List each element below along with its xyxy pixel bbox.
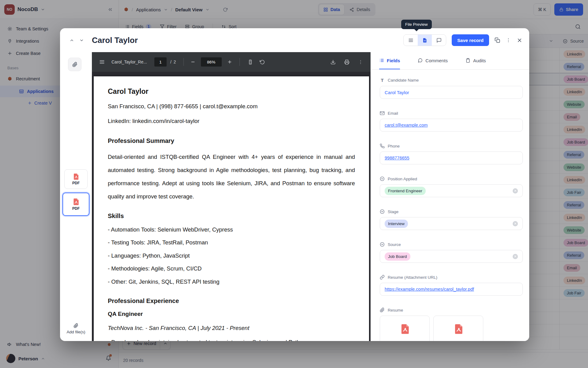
- clear-value-icon[interactable]: ✕: [513, 188, 518, 194]
- add-files-button[interactable]: Add file(s): [60, 323, 92, 334]
- pdf-thumbnail-1[interactable]: PDF: [64, 169, 88, 189]
- page-count: / 2: [170, 59, 176, 64]
- download-icon[interactable]: [330, 59, 336, 65]
- record-comments-button[interactable]: [432, 35, 446, 46]
- phone-link[interactable]: 9988776655: [385, 155, 409, 160]
- field-position-applied: Position Applied Frontend Engineer ✕: [380, 176, 523, 197]
- zoom-level-input[interactable]: 86%: [201, 57, 222, 67]
- record-fields-view-button[interactable]: [404, 35, 418, 46]
- record-title[interactable]: Carol Taylor: [92, 36, 138, 45]
- fields-icon: [379, 58, 384, 63]
- text-field-icon: T: [380, 78, 385, 83]
- field-label: Email: [388, 111, 398, 116]
- fit-to-page-icon[interactable]: [248, 59, 253, 65]
- pdf-company-line: TechNova Inc. - San Francisco, CA | July…: [108, 325, 355, 332]
- attach-file-button[interactable]: [68, 58, 81, 71]
- record-side-panel: Fields Comments Audits T Candidate Name: [371, 52, 529, 341]
- zoom-out-icon[interactable]: [190, 59, 195, 64]
- hamburger-icon: [408, 38, 413, 43]
- pdf-skill-item: - Languages: Python, JavaScript: [108, 249, 355, 263]
- phone-input[interactable]: 9988776655: [380, 151, 523, 164]
- page-divider: /: [170, 59, 172, 64]
- pdf-thumb-label: PDF: [72, 181, 80, 185]
- pdf-file-icon: [72, 173, 80, 180]
- tab-fields[interactable]: Fields: [379, 52, 400, 69]
- field-resume-url: Resume (Attachment URL) https://example.…: [380, 275, 523, 296]
- pdf-sidebar-toggle-icon[interactable]: [99, 59, 105, 65]
- single-select-icon: [380, 242, 385, 247]
- single-select-icon: [380, 176, 385, 181]
- pdf-thumbnail-2-selected[interactable]: PDF: [62, 193, 89, 216]
- candidate-name-input[interactable]: Carol Taylor: [380, 86, 523, 99]
- pdf-doc-name: Carol Taylor: [108, 87, 355, 96]
- panel-tabs: Fields Comments Audits: [371, 52, 529, 70]
- pdf-more-options-icon[interactable]: [358, 59, 363, 65]
- paperclip-icon: [380, 308, 385, 312]
- file-preview-icon: [422, 38, 428, 43]
- attachment-thumbnails: PDF PDF: [60, 169, 92, 216]
- resume-url-input[interactable]: https://example.com/resumes/carol_taylor…: [380, 283, 523, 296]
- record-modal: Carol Taylor Save record: [60, 28, 529, 341]
- field-source: Source Job Board ✕: [380, 242, 523, 263]
- field-email: Email carol.t@example.com: [380, 111, 523, 132]
- comment-bubble-icon: [418, 58, 423, 63]
- stage-pill: Interview: [385, 220, 408, 228]
- pdf-skill-item: - Other: Git, Jenkins, SQL, REST API tes…: [108, 275, 355, 289]
- clear-value-icon[interactable]: ✕: [513, 254, 518, 259]
- pdf-filename: Carol_Taylor_Re...: [111, 59, 147, 64]
- stage-select[interactable]: Interview ✕: [380, 217, 523, 230]
- record-header: Carol Taylor Save record: [60, 28, 529, 52]
- pdf-skill-item: - Testing Tools: JIRA, TestRail, Postman: [108, 236, 355, 249]
- field-label: Candidate Name: [388, 78, 419, 82]
- screen: NO NocoDB / Applications / Default View …: [0, 0, 588, 368]
- more-options-icon[interactable]: [506, 37, 511, 43]
- chevron-up-icon: [70, 38, 74, 43]
- pdf-canvas[interactable]: Carol Taylor San Francisco, CA | (998) 8…: [92, 72, 371, 341]
- file-preview-tooltip: File Preview: [401, 20, 432, 29]
- email-link[interactable]: carol.t@example.com: [385, 123, 428, 128]
- attachment-cards: [380, 316, 523, 341]
- pdf-bullet-line: - Developed and maintained automated tes…: [108, 339, 355, 341]
- email-input[interactable]: carol.t@example.com: [380, 119, 523, 132]
- pdf-toolbar-divider: [183, 58, 184, 66]
- rotate-icon[interactable]: [260, 59, 265, 65]
- paperclip-icon: [72, 62, 77, 67]
- position-applied-select[interactable]: Frontend Engineer ✕: [380, 184, 523, 197]
- add-files-label: Add file(s): [67, 330, 85, 334]
- pdf-linkedin-line: LinkedIn: linkedin.com/in/carol-taylor: [108, 118, 355, 125]
- tab-comments[interactable]: Comments: [418, 52, 448, 69]
- pdf-file-icon: [399, 323, 411, 335]
- file-preview-button[interactable]: [418, 35, 432, 46]
- attachment-rail: PDF PDF Add file(s): [60, 52, 92, 341]
- zoom-in-icon[interactable]: [227, 59, 232, 64]
- source-pill: Job Board: [385, 252, 410, 261]
- copy-record-icon[interactable]: [495, 37, 500, 43]
- pdf-summary-text: Detail-oriented and ISTQB-certified QA E…: [108, 151, 355, 203]
- chevron-down-icon: [79, 38, 84, 43]
- print-icon[interactable]: [344, 59, 349, 65]
- page-number-input[interactable]: 1: [154, 57, 167, 67]
- attachment-card-1[interactable]: [380, 316, 430, 341]
- field-candidate-name: T Candidate Name Carol Taylor: [380, 78, 523, 99]
- next-record-button[interactable]: [77, 35, 86, 45]
- clear-value-icon[interactable]: ✕: [513, 221, 518, 226]
- save-record-button[interactable]: Save record: [452, 34, 489, 46]
- tab-fields-label: Fields: [387, 58, 400, 63]
- close-icon[interactable]: [517, 37, 522, 43]
- previous-record-button[interactable]: [67, 35, 77, 45]
- resume-url-link[interactable]: https://example.com/resumes/carol_taylor…: [385, 287, 474, 292]
- pdf-skills-heading: Skills: [108, 213, 355, 220]
- pdf-page: Carol Taylor San Francisco, CA | (998) 8…: [94, 76, 369, 341]
- pdf-file-icon: [453, 323, 464, 335]
- pdf-experience-heading: Professional Experience: [108, 297, 355, 305]
- attachment-card-2[interactable]: [433, 316, 483, 341]
- candidate-name-value: Carol Taylor: [385, 90, 409, 95]
- source-select[interactable]: Job Board ✕: [380, 250, 523, 263]
- pdf-toolbar-right: [330, 59, 363, 65]
- field-label: Position Applied: [388, 177, 417, 181]
- envelope-icon: [380, 111, 385, 116]
- clipboard-icon: [466, 58, 470, 63]
- pdf-thumb-label: PDF: [72, 206, 80, 211]
- tab-audits-label: Audits: [473, 58, 486, 63]
- tab-audits[interactable]: Audits: [466, 52, 486, 69]
